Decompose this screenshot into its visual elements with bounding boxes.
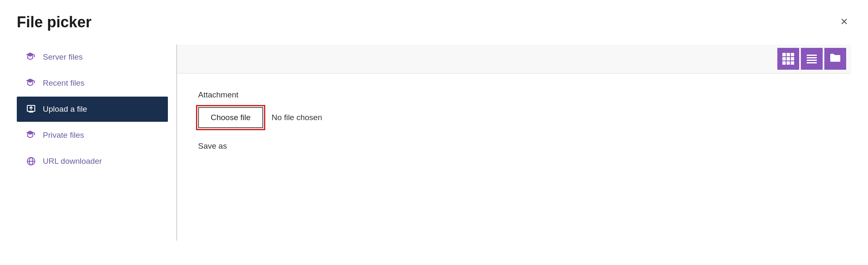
file-picker-dialog: File picker × Server files: [0, 0, 868, 265]
sidebar-item-server-files[interactable]: Server files: [17, 45, 168, 70]
upload-icon: [25, 103, 37, 115]
folder-view-button[interactable]: [824, 48, 846, 70]
file-input-row: Choose file No file chosen: [198, 107, 830, 128]
grid-view-button[interactable]: [777, 48, 799, 70]
choose-file-button[interactable]: Choose file: [198, 107, 263, 128]
sidebar-item-upload-file[interactable]: Upload a file: [17, 97, 168, 122]
grid-icon: [782, 53, 794, 65]
sidebar-item-private-files[interactable]: Private files: [17, 123, 168, 148]
sidebar-item-label: Upload a file: [43, 105, 87, 114]
sidebar-item-url-downloader[interactable]: URL downloader: [17, 149, 168, 174]
sidebar-item-label: URL downloader: [43, 157, 102, 166]
sidebar-item-label: Recent files: [43, 79, 84, 88]
list-icon: [807, 55, 817, 63]
close-button[interactable]: ×: [837, 13, 851, 29]
no-file-chosen-text: No file chosen: [272, 113, 322, 122]
dialog-title: File picker: [17, 13, 92, 31]
folder-icon: [830, 53, 841, 65]
list-view-button[interactable]: [801, 48, 823, 70]
globe-icon: [25, 155, 37, 167]
sidebar-item-recent-files[interactable]: Recent files: [17, 71, 168, 96]
mortarboard-icon-3: [25, 129, 37, 141]
attachment-label: Attachment: [198, 90, 830, 100]
sidebar-item-label: Server files: [43, 52, 83, 62]
mortarboard-icon: [25, 51, 37, 63]
upload-form: Attachment Choose file No file chosen Sa…: [177, 73, 851, 168]
save-as-label: Save as: [198, 142, 227, 150]
sidebar: Server files Recent files: [17, 45, 176, 241]
sidebar-item-label: Private files: [43, 131, 84, 140]
mortarboard-icon-2: [25, 77, 37, 89]
main-content-area: Attachment Choose file No file chosen Sa…: [176, 45, 851, 241]
main-toolbar: [177, 45, 851, 73]
dialog-header: File picker ×: [17, 13, 851, 31]
dialog-body: Server files Recent files: [17, 45, 851, 241]
